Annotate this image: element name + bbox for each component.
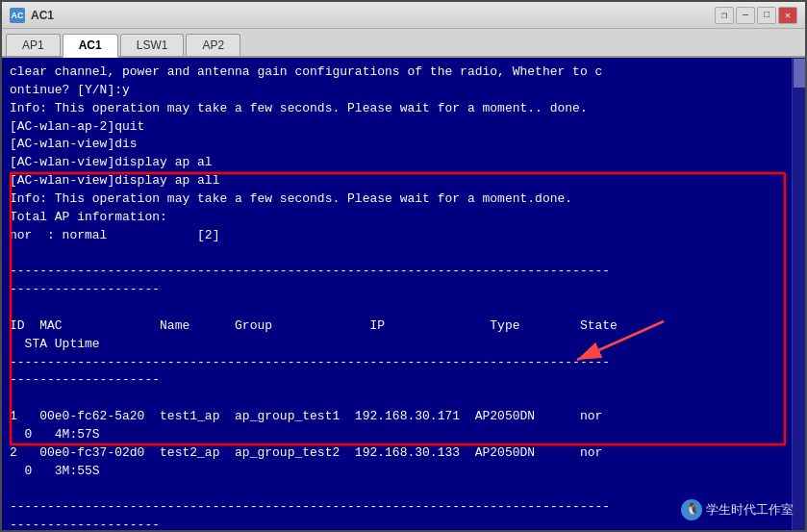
terminal-line-5: [AC-wlan-view]dis [10, 136, 797, 154]
title-controls: ❐ — □ ✕ [715, 7, 797, 24]
main-window: AC AC1 ❐ — □ ✕ AP1 AC1 LSW1 AP2 clear ch… [0, 0, 807, 532]
terminal-line-11 [10, 244, 797, 263]
restore-button[interactable]: ❐ [715, 7, 734, 24]
terminal-line-23: 0 3M:55S [10, 463, 797, 481]
terminal-line-2: ontinue? [Y/N]:y [10, 82, 797, 100]
terminal-line-21: 0 4M:57S [10, 426, 797, 444]
terminal-line-17: ----------------------------------------… [10, 354, 797, 372]
scrollbar-thumb[interactable] [794, 59, 805, 88]
terminal-line-4: [AC-wlan-ap-2]quit [10, 118, 797, 137]
terminal-line-13: -------------------- [10, 281, 797, 299]
terminal-line-10: nor : normal [2] [10, 227, 797, 245]
terminal-line-3: Info: This operation may take a few seco… [10, 100, 797, 118]
terminal-line-6: [AC-wlan-view]display ap al [10, 154, 797, 172]
terminal-line-7: [AC-wlan-view]display ap all [10, 172, 797, 190]
title-bar: AC AC1 ❐ — □ ✕ [2, 2, 805, 29]
tab-ap1[interactable]: AP1 [6, 34, 61, 56]
terminal-line-24 [10, 480, 797, 498]
terminal-line-26: -------------------- [10, 517, 797, 530]
window-icon: AC [10, 8, 25, 23]
terminal-line-9: Total AP information: [10, 209, 797, 227]
terminal-line-25: ----------------------------------------… [10, 498, 797, 517]
tab-ac1[interactable]: AC1 [63, 34, 118, 58]
terminal-line-19 [10, 390, 797, 408]
terminal-line-8: Info: This operation may take a few seco… [10, 190, 797, 209]
minimize-button[interactable]: — [736, 7, 755, 24]
watermark-icon: 🐧 [681, 499, 702, 520]
window-title: AC1 [31, 9, 54, 22]
tab-bar: AP1 AC1 LSW1 AP2 [2, 29, 805, 58]
terminal-line-1: clear channel, power and antenna gain co… [10, 63, 797, 82]
scrollbar[interactable] [792, 58, 805, 530]
terminal-line-14 [10, 299, 797, 317]
maximize-button[interactable]: □ [757, 7, 776, 24]
tab-ap2[interactable]: AP2 [186, 34, 240, 56]
terminal-line-22: 2 00e0-fc37-02d0 test2_ap ap_group_test2… [10, 444, 797, 463]
terminal-area[interactable]: clear channel, power and antenna gain co… [2, 58, 805, 530]
title-bar-left: AC AC1 [10, 8, 54, 23]
terminal-line-12: ----------------------------------------… [10, 263, 797, 281]
close-button[interactable]: ✕ [778, 7, 797, 24]
terminal-line-20: 1 00e0-fc62-5a20 test1_ap ap_group_test1… [10, 408, 797, 426]
terminal-line-18: -------------------- [10, 371, 797, 390]
terminal-line-15: ID MAC Name Group IP Type State [10, 317, 797, 336]
tab-lsw1[interactable]: LSW1 [120, 34, 185, 56]
terminal-line-16: STA Uptime [10, 336, 797, 354]
watermark: 🐧 学生时代工作室 [681, 499, 794, 520]
watermark-text: 学生时代工作室 [706, 501, 794, 519]
